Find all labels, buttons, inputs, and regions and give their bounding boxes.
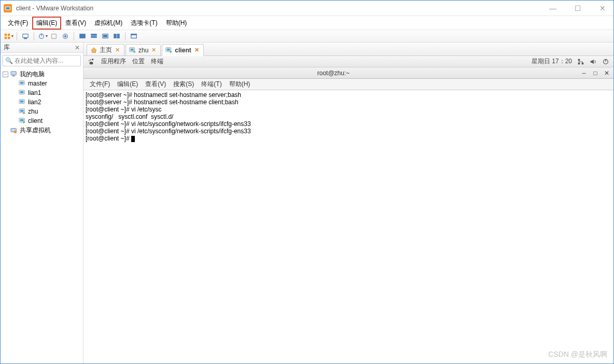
toolbar-vm-button[interactable] bbox=[20, 32, 31, 41]
view-list-button[interactable] bbox=[89, 32, 99, 41]
main-area: 库 ✕ 🔍 ▾ − 我的电脑 master lian1 l bbox=[1, 43, 613, 363]
menu-help[interactable]: 帮助(H) bbox=[162, 17, 191, 30]
svg-rect-26 bbox=[20, 82, 24, 84]
maximize-button[interactable]: ☐ bbox=[570, 4, 585, 12]
sidebar-search[interactable]: 🔍 ▾ bbox=[3, 55, 81, 66]
guest-top-panel: 应用程序 位置 终端 星期日 17：20 bbox=[83, 56, 613, 67]
vm-running-icon bbox=[18, 117, 26, 124]
panel-clock[interactable]: 星期日 17：20 bbox=[532, 57, 572, 66]
tree-root-mycomputer[interactable]: − 我的电脑 bbox=[1, 69, 83, 79]
window-title: client - VMware Workstation bbox=[16, 5, 93, 12]
tab-label: client bbox=[175, 47, 191, 54]
svg-rect-35 bbox=[20, 119, 24, 121]
svg-rect-22 bbox=[131, 34, 137, 35]
term-menu-search[interactable]: 搜索(S) bbox=[170, 79, 197, 90]
watermark: CSDN @是秋风啊 bbox=[548, 350, 607, 359]
close-button[interactable]: ✕ bbox=[595, 4, 610, 12]
tree-item-label: lian1 bbox=[28, 89, 41, 96]
svg-rect-44 bbox=[167, 48, 170, 50]
vm-icon bbox=[18, 80, 26, 87]
tree-item-master[interactable]: master bbox=[1, 79, 83, 88]
svg-rect-50 bbox=[578, 59, 580, 61]
svg-rect-7 bbox=[24, 38, 26, 38]
term-menu-file[interactable]: 文件(F) bbox=[87, 79, 113, 90]
tree-shared-vms[interactable]: 共享虚拟机 bbox=[1, 125, 83, 135]
term-menu-terminal[interactable]: 终端(T) bbox=[198, 79, 225, 90]
fullscreen-button[interactable] bbox=[129, 32, 139, 41]
tree-expander[interactable]: − bbox=[3, 72, 8, 77]
tree-item-zhu[interactable]: zhu bbox=[1, 107, 83, 116]
svg-rect-32 bbox=[20, 110, 24, 112]
terminal-maximize-button[interactable]: □ bbox=[592, 69, 599, 77]
tab-client[interactable]: client ✕ bbox=[162, 44, 203, 56]
tree-item-label: lian2 bbox=[28, 99, 41, 106]
view-console-button[interactable] bbox=[100, 32, 110, 41]
terminal-line: [root@server ~]# hostnamectl set-hostnam… bbox=[86, 91, 241, 99]
tree-item-lian2[interactable]: lian2 bbox=[1, 97, 83, 107]
network-icon[interactable] bbox=[577, 58, 584, 65]
vm-running-icon bbox=[129, 47, 136, 54]
svg-rect-17 bbox=[104, 35, 107, 37]
svg-point-47 bbox=[90, 59, 91, 60]
svg-rect-15 bbox=[91, 36, 97, 38]
term-menu-edit[interactable]: 编辑(E) bbox=[114, 79, 141, 90]
tree-shared-label: 共享虚拟机 bbox=[20, 126, 51, 135]
terminal-line: [root@client ~]# vi /etc/sysc bbox=[86, 106, 162, 113]
minimize-button[interactable]: — bbox=[545, 4, 561, 12]
menu-tabs[interactable]: 选项卡(T) bbox=[127, 17, 161, 30]
svg-rect-1 bbox=[6, 7, 10, 9]
shared-icon bbox=[10, 127, 18, 134]
sidebar-close-button[interactable]: ✕ bbox=[75, 44, 80, 51]
panel-places[interactable]: 位置 bbox=[132, 57, 145, 66]
gnome-logo-icon[interactable] bbox=[88, 58, 95, 65]
tab-home[interactable]: 主页 ✕ bbox=[87, 44, 124, 55]
svg-rect-4 bbox=[4, 36, 6, 38]
tab-label: zhu bbox=[138, 47, 148, 54]
power-icon[interactable] bbox=[602, 58, 609, 65]
view-single-button[interactable] bbox=[77, 32, 88, 41]
tab-close-button[interactable]: ✕ bbox=[151, 47, 156, 53]
term-menu-view[interactable]: 查看(V) bbox=[142, 79, 169, 90]
tab-close-button[interactable]: ✕ bbox=[194, 47, 199, 53]
content-area: 主页 ✕ zhu ✕ client ✕ 应用程序 位置 终端 bbox=[83, 43, 613, 363]
tab-zhu[interactable]: zhu ✕ bbox=[125, 44, 161, 55]
terminal-line: [root@client ~]# vi /etc/sysconfig/netwo… bbox=[86, 120, 251, 128]
svg-point-49 bbox=[90, 62, 93, 64]
sidebar: 库 ✕ 🔍 ▾ − 我的电脑 master lian1 l bbox=[1, 43, 83, 363]
terminal-window: root@zhu:~ – □ ✕ 文件(F) 编辑(E) 查看(V) 搜索(S)… bbox=[83, 67, 613, 363]
terminal-titlebar[interactable]: root@zhu:~ – □ ✕ bbox=[83, 67, 613, 79]
snapshot-button[interactable] bbox=[60, 32, 71, 41]
term-menu-help[interactable]: 帮助(H) bbox=[226, 79, 254, 90]
library-button[interactable]: ▾ bbox=[3, 32, 13, 41]
svg-point-38 bbox=[14, 131, 17, 133]
tree-item-lian1[interactable]: lian1 bbox=[1, 88, 83, 97]
terminal-body[interactable]: [root@server ~]# hostnamectl set-hostnam… bbox=[83, 90, 613, 363]
menu-file[interactable]: 文件(F) bbox=[4, 17, 32, 30]
sidebar-title: 库 bbox=[4, 43, 75, 52]
panel-applications[interactable]: 应用程序 bbox=[101, 57, 126, 66]
tab-close-button[interactable]: ✕ bbox=[115, 47, 120, 53]
svg-rect-6 bbox=[23, 34, 29, 37]
search-input[interactable] bbox=[15, 57, 92, 64]
vm-icon bbox=[18, 89, 26, 96]
tree-item-client[interactable]: client bbox=[1, 116, 83, 125]
toolbar: ▾ ▾ bbox=[1, 30, 613, 43]
terminal-close-button[interactable]: ✕ bbox=[603, 69, 610, 77]
menu-edit[interactable]: 编辑(E) bbox=[32, 17, 61, 30]
menu-view[interactable]: 查看(V) bbox=[61, 17, 90, 30]
tab-label: 主页 bbox=[100, 46, 112, 54]
power-on-button[interactable]: ▾ bbox=[37, 32, 48, 41]
svg-point-12 bbox=[64, 35, 66, 37]
suspend-button[interactable] bbox=[49, 32, 59, 41]
panel-terminal[interactable]: 终端 bbox=[151, 57, 163, 66]
menu-vm[interactable]: 虚拟机(M) bbox=[90, 17, 127, 30]
svg-rect-30 bbox=[20, 101, 24, 103]
view-thumb-button[interactable] bbox=[111, 32, 122, 41]
svg-rect-14 bbox=[91, 34, 97, 35]
vm-running-icon bbox=[165, 47, 173, 54]
sidebar-header: 库 ✕ bbox=[1, 43, 83, 53]
terminal-minimize-button[interactable]: – bbox=[580, 69, 588, 77]
computer-icon bbox=[10, 71, 18, 78]
terminal-title: root@zhu:~ bbox=[87, 69, 580, 77]
volume-icon[interactable] bbox=[590, 58, 597, 65]
